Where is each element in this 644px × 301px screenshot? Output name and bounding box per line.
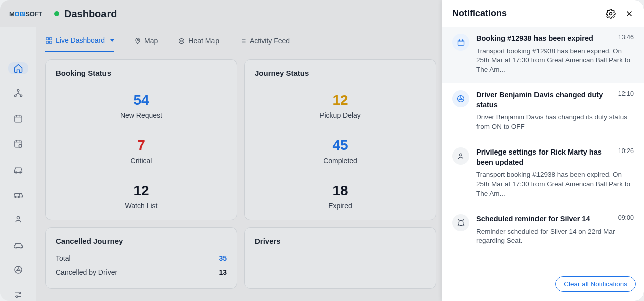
svg-rect-23 — [458, 40, 464, 45]
card-drivers: Drivers — [244, 227, 436, 289]
card-title: Drivers — [255, 237, 425, 245]
svg-point-21 — [181, 40, 183, 42]
notification-time: 10:26 — [618, 147, 634, 155]
user-icon — [14, 214, 23, 224]
notification-item[interactable]: Driver Benjamin Davis changed duty statu… — [442, 83, 644, 140]
stat-value: 18 — [328, 183, 352, 199]
sidebar-item-schedule[interactable] — [8, 138, 28, 150]
sidebar-item-home[interactable] — [8, 62, 28, 74]
row-value: 13 — [219, 268, 227, 276]
list-icon — [239, 37, 247, 45]
close-icon — [625, 9, 634, 18]
stat-label: Completed — [323, 157, 357, 165]
sidebar-item-fleet[interactable] — [8, 188, 28, 200]
card-title: Cancelled Journey — [56, 237, 227, 245]
notification-item[interactable]: Booking #12938 has been expired13:46Tran… — [442, 27, 644, 83]
notification-desc: Reminder scheduled for Silver 14 on 22rd… — [476, 227, 634, 246]
sidebar-item-calendar[interactable] — [8, 112, 28, 124]
svg-point-20 — [179, 38, 184, 43]
clear-all-button[interactable]: Clear all Notifications — [555, 276, 636, 292]
row-label: Cancelled by Driver — [56, 268, 117, 276]
notification-title: Driver Benjamin Davis changed duty statu… — [476, 90, 613, 110]
stat-label: Pickup Delay — [319, 111, 361, 119]
row-label: Total — [56, 254, 71, 262]
row-value: 35 — [219, 254, 227, 262]
svg-point-0 — [17, 90, 19, 92]
target-icon — [178, 37, 185, 45]
tab-live-dashboard[interactable]: Live Dashboard — [45, 36, 114, 52]
notification-time: 09:00 — [618, 214, 634, 221]
bell-icon — [452, 214, 469, 231]
steering-icon — [13, 265, 23, 275]
notification-title: Scheduled reminder for Silver 14 — [476, 214, 590, 224]
close-button[interactable] — [625, 9, 634, 19]
sidebar-item-vehicle[interactable] — [8, 163, 28, 175]
calendar-icon — [452, 34, 469, 51]
status-dot-icon — [54, 11, 59, 16]
stat-value: 12 — [125, 183, 158, 199]
stat-value: 12 — [319, 92, 361, 108]
grid-icon — [45, 37, 53, 44]
stat-label: Watch List — [125, 202, 158, 210]
tab-label: Heat Map — [188, 37, 219, 45]
sidebar-item-org[interactable] — [8, 87, 28, 99]
notification-title: Privilege settings for Rick Marty has be… — [476, 147, 613, 167]
car-outline-icon — [13, 240, 24, 250]
calendar-icon — [13, 114, 23, 124]
cars-icon — [13, 189, 24, 199]
notification-desc: Transport booking #12938 has been expire… — [476, 47, 634, 75]
tab-activity-feed[interactable]: Activity Feed — [239, 37, 290, 52]
stat-label: Critical — [131, 157, 152, 165]
calendar-clock-icon — [13, 139, 23, 149]
pin-icon — [134, 37, 141, 45]
svg-rect-13 — [19, 292, 21, 294]
notification-time: 13:46 — [618, 34, 634, 41]
notification-item[interactable]: Privilege settings for Rick Marty has be… — [442, 140, 644, 207]
stat-value: 7 — [131, 137, 152, 154]
sidebar — [0, 27, 36, 301]
stat-label: Expired — [328, 202, 352, 210]
tab-label: Activity Feed — [250, 37, 290, 45]
tab-label: Map — [144, 37, 158, 45]
card-title: Booking Status — [56, 69, 227, 77]
brand-logo: MOBISOFT — [9, 10, 39, 18]
steering-icon — [452, 90, 469, 107]
svg-point-22 — [610, 12, 612, 15]
org-icon — [13, 88, 23, 98]
sidebar-item-driver[interactable] — [8, 264, 28, 276]
card-booking-status: Booking Status 54New Request 7Critical 1… — [45, 59, 237, 220]
notifications-panel: Notifications Booking #12938 has been ex… — [442, 0, 644, 301]
notification-title: Booking #12938 has been expired — [476, 34, 593, 44]
sidebar-item-ride[interactable] — [8, 238, 28, 250]
svg-rect-15 — [46, 37, 48, 39]
notifications-list: Booking #12938 has been expired13:46Tran… — [442, 27, 644, 270]
tab-map[interactable]: Map — [134, 37, 158, 52]
stat-value: 45 — [323, 137, 357, 154]
svg-rect-3 — [15, 116, 22, 122]
svg-rect-4 — [15, 141, 22, 147]
user-icon — [452, 147, 469, 165]
card-journey-status: Journey Status 12Pickup Delay 45Complete… — [244, 59, 436, 220]
svg-point-12 — [17, 269, 19, 271]
svg-rect-16 — [50, 37, 52, 39]
stat-label: New Request — [120, 111, 162, 119]
gear-icon — [606, 9, 616, 19]
svg-rect-17 — [46, 41, 48, 43]
sidebar-item-user[interactable] — [8, 213, 28, 225]
card-cancelled-journey: Cancelled Journey Total35 Cancelled by D… — [45, 227, 237, 289]
sliders-icon — [13, 290, 23, 299]
svg-rect-14 — [16, 296, 18, 297]
home-icon — [13, 63, 23, 73]
page-title: Dashboard — [64, 8, 117, 20]
svg-point-26 — [460, 154, 462, 156]
settings-button[interactable] — [606, 9, 616, 19]
sidebar-item-settings[interactable] — [8, 289, 28, 301]
tab-heat-map[interactable]: Heat Map — [178, 37, 219, 52]
svg-rect-18 — [50, 41, 52, 43]
tab-label: Live Dashboard — [56, 36, 105, 44]
notification-item[interactable]: Scheduled reminder for Silver 1409:00Rem… — [442, 207, 644, 254]
svg-point-10 — [17, 217, 19, 219]
card-title: Journey Status — [255, 69, 425, 77]
svg-point-25 — [460, 98, 461, 100]
notifications-title: Notifications — [452, 8, 507, 19]
